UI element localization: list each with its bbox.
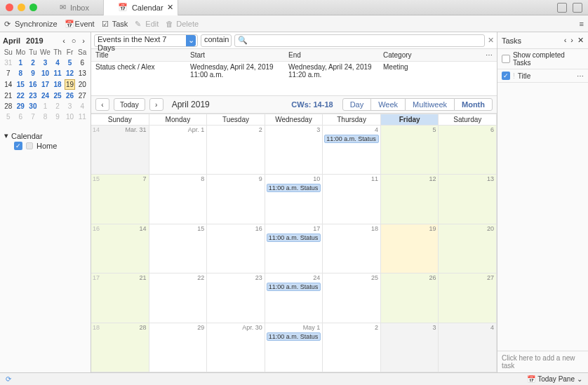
calendar-item-home[interactable]: ✓ Home — [4, 140, 86, 151]
mini-today[interactable]: ○ — [69, 36, 78, 45]
day-cell[interactable]: 19 — [381, 224, 439, 273]
checkbox-checked-icon[interactable]: ✓ — [502, 72, 510, 80]
day-cell[interactable]: 16 — [207, 224, 265, 273]
mini-day[interactable]: 12 — [65, 69, 76, 78]
mini-day[interactable]: 20 — [76, 79, 88, 90]
mini-day[interactable]: 7 — [3, 69, 14, 78]
day-cell[interactable]: 8 — [149, 175, 208, 223]
titlebar-icon-1[interactable] — [557, 3, 567, 13]
mini-day[interactable]: 26 — [65, 91, 76, 100]
mini-day[interactable]: 24 — [40, 91, 51, 100]
mini-day[interactable]: 23 — [27, 91, 39, 100]
day-cell[interactable]: 2 — [207, 126, 265, 174]
col-end[interactable]: End — [287, 50, 382, 60]
today-button[interactable]: Today — [114, 98, 145, 111]
new-event-button[interactable]: 📅Event — [65, 20, 95, 28]
day-cell[interactable]: Apr. 30 — [207, 323, 265, 372]
next-period-button[interactable]: › — [149, 98, 163, 111]
calendar-section-header[interactable]: ▾ Calendar — [4, 131, 86, 140]
day-cell[interactable]: 2818 — [91, 323, 149, 372]
day-cell[interactable]: 2 — [323, 323, 381, 372]
mini-day[interactable]: 1 — [40, 102, 51, 111]
mini-day[interactable]: 21 — [3, 91, 14, 100]
mini-day[interactable]: 11 — [52, 69, 63, 78]
checkbox-checked-icon[interactable]: ✓ — [14, 142, 22, 150]
mini-day[interactable]: 16 — [27, 79, 39, 90]
titlebar-icon-2[interactable] — [573, 3, 582, 13]
event-pill[interactable]: 11:00 a.m. Status … — [324, 135, 379, 143]
day-cell[interactable]: 29 — [149, 323, 208, 372]
day-cell[interactable]: 1416 — [91, 224, 149, 273]
mini-day[interactable]: 4 — [52, 58, 63, 67]
mini-day[interactable]: 15 — [15, 79, 27, 90]
mini-day[interactable]: 19 — [65, 79, 76, 90]
mini-day[interactable]: 9 — [52, 112, 63, 121]
tasks-close-icon[interactable]: ✕ — [577, 36, 584, 45]
event-pill[interactable]: 11:00 a.m. Status … — [267, 283, 321, 291]
mini-day[interactable]: 5 — [65, 58, 76, 67]
day-cell[interactable]: 9 — [207, 175, 265, 223]
view-week[interactable]: Week — [370, 98, 406, 111]
add-task-hint[interactable]: Click here to add a new task — [497, 351, 588, 372]
day-cell[interactable]: 2411:00 a.m. Status … — [265, 273, 323, 322]
day-cell[interactable]: 23 — [207, 273, 265, 322]
mini-day[interactable]: 17 — [40, 79, 51, 90]
day-cell[interactable]: 27 — [439, 273, 497, 322]
clear-search-icon[interactable]: ✕ — [488, 36, 494, 45]
prev-period-button[interactable]: ‹ — [95, 98, 109, 111]
day-cell[interactable]: Apr. 1 — [149, 126, 208, 174]
close-window[interactable] — [6, 4, 13, 11]
day-cell[interactable]: 11 — [323, 175, 381, 223]
day-cell[interactable]: 411:00 a.m. Status … — [323, 126, 381, 174]
day-cell[interactable]: Mar. 3114 — [91, 126, 149, 174]
mini-day[interactable]: 14 — [3, 79, 14, 90]
minimize-window[interactable] — [18, 4, 25, 11]
checkbox-unchecked-icon[interactable] — [502, 55, 510, 63]
mini-month[interactable]: April — [3, 36, 20, 45]
mini-day[interactable]: 5 — [3, 112, 14, 121]
day-cell[interactable]: 3 — [265, 126, 323, 174]
event-pill[interactable]: 11:00 a.m. Status … — [267, 184, 321, 192]
col-title[interactable]: Title — [94, 50, 189, 60]
mini-day[interactable]: 28 — [3, 102, 14, 111]
day-cell[interactable]: 12 — [381, 175, 439, 223]
mini-day[interactable]: 27 — [76, 91, 88, 100]
tasks-prev[interactable]: ‹ — [564, 36, 567, 45]
mini-day[interactable]: 2 — [27, 58, 39, 67]
zoom-window[interactable] — [29, 4, 37, 11]
today-pane-toggle[interactable]: 📅 Today Pane ⌄ — [527, 375, 582, 383]
mini-year[interactable]: 2019 — [26, 36, 43, 45]
mini-day[interactable]: 31 — [3, 58, 14, 67]
mini-day[interactable]: 1 — [15, 58, 27, 67]
mini-day[interactable]: 3 — [40, 58, 51, 67]
tasks-next[interactable]: › — [570, 36, 573, 45]
tasks-col-title[interactable]: Title — [518, 72, 531, 80]
mini-next[interactable]: › — [79, 36, 88, 45]
day-cell[interactable]: 715 — [91, 175, 149, 223]
day-cell[interactable]: 3 — [381, 323, 439, 372]
event-pill[interactable]: 11:00 a.m. Status … — [267, 234, 321, 242]
mini-day[interactable]: 30 — [27, 102, 39, 111]
day-cell[interactable]: 6 — [439, 126, 497, 174]
mini-day[interactable]: 8 — [15, 69, 27, 78]
day-cell[interactable]: 4 — [439, 323, 497, 372]
mini-day[interactable]: 11 — [76, 112, 88, 121]
show-completed-toggle[interactable]: Show completed Tasks — [497, 49, 588, 69]
range-dropdown[interactable]: Events in the Next 7 Days — [94, 34, 198, 47]
mini-day[interactable]: 2 — [52, 102, 63, 111]
day-cell[interactable]: 13 — [439, 175, 497, 223]
mini-day[interactable]: 6 — [76, 58, 88, 67]
view-month[interactable]: Month — [454, 98, 493, 111]
day-cell[interactable]: 26 — [381, 273, 439, 322]
mini-day[interactable]: 29 — [15, 102, 27, 111]
event-pill[interactable]: 11:00 a.m. Status … — [267, 332, 321, 341]
close-tab-icon[interactable]: ✕ — [167, 3, 173, 12]
day-cell[interactable]: 2117 — [91, 273, 149, 322]
day-cell[interactable]: 18 — [323, 224, 381, 273]
view-day[interactable]: Day — [342, 98, 372, 111]
day-cell[interactable]: 25 — [323, 273, 381, 322]
col-category[interactable]: Category — [382, 50, 484, 60]
mini-day[interactable]: 3 — [65, 102, 76, 111]
sync-button[interactable]: ⟳Synchronize — [4, 20, 58, 28]
tab-inbox[interactable]: ✉ Inbox — [46, 0, 104, 15]
